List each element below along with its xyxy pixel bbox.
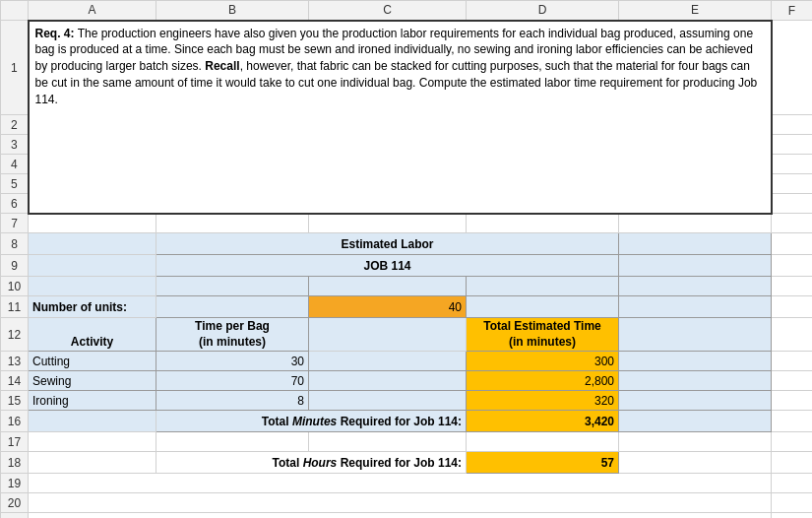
cell-A17	[29, 432, 156, 452]
row-num-12: 12	[1, 318, 29, 352]
corner-cell	[1, 1, 29, 21]
cell-E11	[619, 296, 772, 318]
cell-E12	[619, 318, 772, 352]
cell-F11	[772, 296, 813, 318]
cell-B10	[156, 277, 309, 296]
cell-D7	[467, 214, 619, 233]
cell-C15	[309, 391, 467, 411]
row-num-6: 6	[1, 194, 29, 214]
cell-C14	[309, 371, 467, 391]
cell-E7	[619, 214, 772, 233]
row-num-21: 21	[1, 513, 29, 518]
col-header-D: D	[467, 1, 619, 21]
col-header-B: B	[156, 1, 309, 21]
row-num-19: 19	[1, 474, 29, 493]
row-num-9: 9	[1, 255, 29, 277]
cell-B17	[156, 432, 309, 452]
cell-B11	[156, 296, 309, 318]
cell-F16	[772, 411, 813, 432]
cell-C10	[309, 277, 467, 296]
cell-D17	[467, 432, 619, 452]
cell-A7	[29, 214, 156, 233]
cell-E14	[619, 371, 772, 391]
cell-E15	[619, 391, 772, 411]
cell-A9	[29, 255, 156, 277]
cell-F19	[772, 474, 813, 493]
cell-F14	[772, 371, 813, 391]
cell-A16	[29, 411, 156, 432]
cell-E10	[619, 277, 772, 296]
col-header-total-est-time: Total Estimated Time(in minutes)	[467, 318, 619, 352]
row-num-2: 2	[1, 115, 29, 135]
cell-E13	[619, 352, 772, 371]
total-hours-value: 57	[467, 452, 619, 474]
cell-E9	[619, 255, 772, 277]
cell-row21	[29, 513, 772, 518]
cell-F21	[772, 513, 813, 518]
estimated-labor-title: Estimated Labor	[156, 233, 619, 255]
col-header-E: E	[619, 1, 772, 21]
total-hours-label: Total Hours Required for Job 114:	[156, 452, 467, 474]
cell-F3	[772, 135, 813, 155]
row-ironing-time: 8	[156, 391, 309, 411]
row-cutting-activity: Cutting	[29, 352, 156, 371]
cell-F8	[772, 233, 813, 255]
total-minutes-value: 3,420	[467, 411, 619, 432]
cell-F2	[772, 115, 813, 135]
cell-F7	[772, 214, 813, 233]
row-ironing-total: 320	[467, 391, 619, 411]
cell-E8	[619, 233, 772, 255]
row-num-14: 14	[1, 371, 29, 391]
cell-F6	[772, 194, 813, 214]
num-units-value[interactable]: 40	[309, 296, 467, 318]
cell-F18	[772, 452, 813, 474]
cell-F12	[772, 318, 813, 352]
cell-D11	[467, 296, 619, 318]
col-header-F: F	[772, 1, 813, 21]
cell-D10	[467, 277, 619, 296]
row-num-1: 1	[1, 21, 29, 115]
col-header-activity: Activity	[29, 318, 156, 352]
num-units-label: Number of units:	[29, 296, 156, 318]
cell-F13	[772, 352, 813, 371]
col-header-time-per-bag: Time per Bag(in minutes)	[156, 318, 309, 352]
row-num-18: 18	[1, 452, 29, 474]
row-num-3: 3	[1, 135, 29, 155]
cell-F10	[772, 277, 813, 296]
cell-C13	[309, 352, 467, 371]
row-num-16: 16	[1, 411, 29, 432]
row-num-5: 5	[1, 174, 29, 194]
row-num-15: 15	[1, 391, 29, 411]
row-sewing-time: 70	[156, 371, 309, 391]
row-num-8: 8	[1, 233, 29, 255]
row-ironing-activity: Ironing	[29, 391, 156, 411]
cell-row20	[29, 493, 772, 513]
cell-C17	[309, 432, 467, 452]
row-num-11: 11	[1, 296, 29, 318]
row-num-4: 4	[1, 155, 29, 174]
cell-B7	[156, 214, 309, 233]
cell-F20	[772, 493, 813, 513]
cell-F1	[772, 21, 813, 115]
spreadsheet: A B C D E F 1 Req. 4: The production eng…	[0, 0, 812, 518]
cell-E17	[619, 432, 772, 452]
cell-A18	[29, 452, 156, 474]
req-text: Req. 4: The production engineers have al…	[29, 21, 772, 214]
row-num-20: 20	[1, 493, 29, 513]
col-header-C: C	[309, 1, 467, 21]
cell-C7	[309, 214, 467, 233]
total-minutes-label: Total Minutes Required for Job 114:	[156, 411, 467, 432]
cell-E16	[619, 411, 772, 432]
row-cutting-total: 300	[467, 352, 619, 371]
cell-F4	[772, 155, 813, 174]
row-num-10: 10	[1, 277, 29, 296]
job-title: JOB 114	[156, 255, 619, 277]
row-cutting-time: 30	[156, 352, 309, 371]
row-sewing-total: 2,800	[467, 371, 619, 391]
cell-F17	[772, 432, 813, 452]
cell-A10	[29, 277, 156, 296]
col-header-A: A	[29, 1, 156, 21]
cell-E18	[619, 452, 772, 474]
cell-A8	[29, 233, 156, 255]
row-sewing-activity: Sewing	[29, 371, 156, 391]
